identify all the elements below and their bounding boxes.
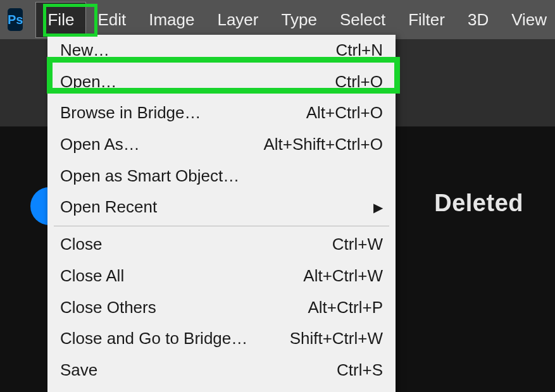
file-menu-dropdown: New… Ctrl+N Open… Ctrl+O Browse in Bridg…: [47, 35, 396, 392]
deleted-heading: Deleted: [434, 190, 523, 217]
file-menu-save-as[interactable]: Save As… Shift+Ctrl+S: [47, 386, 396, 392]
menu-item-shortcut: Alt+Ctrl+P: [308, 296, 384, 320]
menu-edit[interactable]: Edit: [86, 3, 137, 37]
menubar: Ps File Edit Image Layer Type Select Fil…: [0, 0, 555, 39]
file-menu-close-others[interactable]: Close Others Alt+Ctrl+P: [47, 292, 396, 324]
app-logo: Ps: [8, 8, 23, 31]
menu-item-label: Open…: [60, 70, 117, 94]
menu-item-label: Save: [60, 358, 97, 383]
file-menu-new[interactable]: New… Ctrl+N: [47, 35, 396, 66]
menu-select[interactable]: Select: [328, 3, 397, 37]
menu-item-label: Close All: [60, 264, 124, 288]
file-menu-save[interactable]: Save Ctrl+S: [47, 355, 396, 386]
menu-type[interactable]: Type: [270, 3, 328, 37]
file-menu-open-recent[interactable]: Open Recent ▶: [47, 192, 396, 223]
menu-item-shortcut: Ctrl+O: [335, 70, 383, 94]
menu-3d[interactable]: 3D: [456, 3, 500, 37]
menu-file[interactable]: File: [35, 2, 86, 38]
menu-image[interactable]: Image: [137, 3, 206, 37]
menu-item-shortcut: Alt+Ctrl+O: [306, 101, 383, 125]
submenu-arrow-icon: ▶: [373, 199, 383, 217]
file-menu-open-as[interactable]: Open As… Alt+Shift+Ctrl+O: [47, 129, 396, 161]
menu-separator: [54, 226, 389, 226]
menu-item-shortcut: Ctrl+S: [337, 358, 383, 383]
menu-item-label: Open as Smart Object…: [60, 164, 239, 188]
menu-filter[interactable]: Filter: [397, 3, 456, 37]
menu-item-label: Close Others: [60, 296, 156, 320]
file-menu-browse-bridge[interactable]: Browse in Bridge… Alt+Ctrl+O: [47, 97, 396, 129]
menu-item-shortcut: Alt+Ctrl+W: [303, 264, 383, 288]
menu-item-shortcut: Shift+Ctrl+W: [290, 327, 383, 351]
menu-item-label: Browse in Bridge…: [60, 101, 201, 125]
file-menu-close[interactable]: Close Ctrl+W: [47, 229, 396, 260]
menu-item-label: Close: [60, 233, 102, 257]
menu-view[interactable]: View: [500, 3, 555, 37]
menu-item-shortcut: Ctrl+N: [336, 39, 383, 63]
menu-item-shortcut: Shift+Ctrl+S: [294, 390, 383, 392]
menu-item-shortcut: Alt+Shift+Ctrl+O: [263, 133, 383, 157]
file-menu-close-all[interactable]: Close All Alt+Ctrl+W: [47, 260, 396, 292]
file-menu-open[interactable]: Open… Ctrl+O: [47, 66, 396, 98]
menu-item-label: Close and Go to Bridge…: [60, 327, 247, 351]
menu-item-label: Open Recent: [60, 195, 157, 219]
menu-item-label: New…: [60, 39, 109, 63]
menu-item-label: Open As…: [60, 133, 140, 157]
file-menu-open-smart-object[interactable]: Open as Smart Object…: [47, 161, 396, 192]
menu-layer[interactable]: Layer: [206, 3, 270, 37]
menu-item-shortcut: Ctrl+W: [332, 233, 383, 257]
file-menu-close-go-bridge[interactable]: Close and Go to Bridge… Shift+Ctrl+W: [47, 323, 396, 355]
menu-item-label: Save As…: [60, 390, 137, 392]
